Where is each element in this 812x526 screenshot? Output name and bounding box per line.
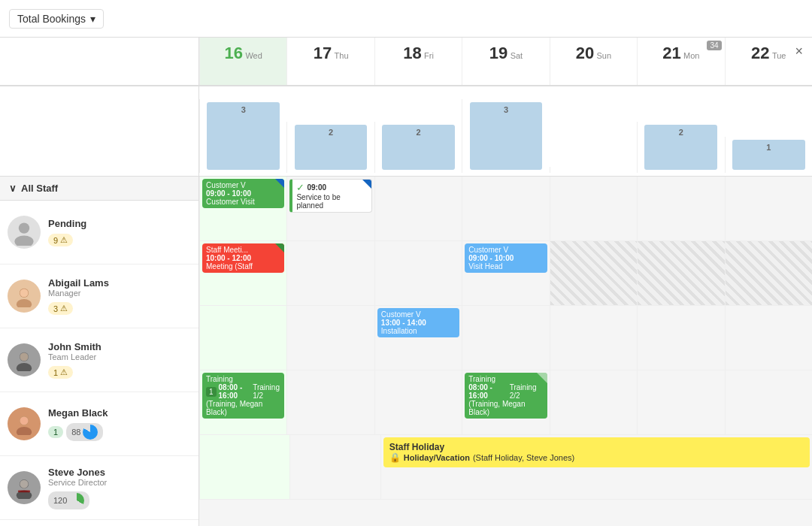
- lock-icon: 🔒: [389, 452, 401, 463]
- date-num-17: 17: [314, 44, 332, 62]
- bookings-row: 3 2 2 3: [199, 86, 812, 177]
- staff-role-abigail: Manager: [48, 289, 191, 298]
- all-staff-label: All Staff: [21, 183, 58, 194]
- booking-bar-num-3: 3: [504, 105, 508, 114]
- svg-rect-14: [18, 490, 30, 492]
- staff-name-john: John Smith: [48, 341, 191, 352]
- svg-point-13: [20, 480, 29, 488]
- right-calendar-panel: × August 16 Wed 17 Thu 18 Fri 19 Sa: [199, 38, 812, 526]
- pie-chart-icon-megan: [83, 425, 98, 440]
- booking-bar-5: 2: [644, 125, 717, 170]
- booking-bar-cell-6: 1: [725, 137, 812, 173]
- grid-cell-megan-1: [286, 370, 374, 434]
- booking-bar-3: 3: [470, 102, 543, 170]
- svg-point-4: [20, 289, 29, 297]
- grid-row-megan: Training 1 08:00 - 16:00 Training 1/2 (T…: [199, 370, 812, 435]
- event-title-training: Training: [206, 375, 280, 383]
- grid-cell-john-2: Customer V 13:00 - 14:00 Installation: [374, 306, 462, 370]
- grid-cell-pending-1: ✓ 09:00 Service to be planned: [286, 177, 374, 240]
- date-num-18: 18: [403, 44, 421, 62]
- grid-cell-megan-3: Training 08:00 - 16:00 Training 2/2 (Tra…: [462, 370, 549, 434]
- grid-cell-john-3: [462, 306, 549, 370]
- grid-row-abigail: Staff Meeti... 10:00 - 12:00 Meeting (St…: [199, 241, 812, 306]
- avatar-steve: [8, 471, 41, 504]
- grid-cell-abigail-3: Customer V 09:00 - 10:00 Visit Head: [462, 241, 549, 305]
- calendar-body: Customer V 09:00 - 10:00 Customer Visit …: [199, 177, 812, 526]
- date-num-19: 19: [489, 44, 508, 62]
- event-holiday-steve[interactable]: Staff Holiday 🔒 Holiday/Vacation (Staff …: [383, 437, 810, 467]
- avatar-pending: [8, 216, 41, 249]
- date-num-22: 22: [751, 44, 769, 62]
- event-title-install: Customer V: [381, 310, 456, 319]
- event-subtitle-meeting: Meeting (Staff: [206, 262, 280, 271]
- booking-bar-0: 3: [207, 102, 280, 170]
- svg-point-3: [17, 299, 32, 307]
- grid-cell-steve-1: [289, 435, 380, 499]
- grid-cell-megan-5: [637, 370, 724, 434]
- booking-bar-cell-1: 2: [286, 122, 374, 173]
- date-day-17: Thu: [335, 51, 349, 60]
- grid-cell-pending-6: [725, 177, 812, 240]
- avatar-abigail: [8, 280, 41, 313]
- booking-bar-2: 2: [382, 125, 455, 170]
- date-day-16: Wed: [245, 51, 262, 60]
- grid-cell-pending-2: [374, 177, 462, 240]
- svg-point-1: [14, 236, 33, 246]
- booking-bar-cell-3: 3: [462, 99, 549, 173]
- grid-cell-pending-5: [637, 177, 724, 240]
- pie-chart-icon-steve: [69, 493, 84, 508]
- grid-cell-megan-2: [374, 370, 462, 434]
- staff-role-steve: Service Director: [48, 478, 191, 487]
- svg-point-9: [17, 427, 32, 435]
- event-service-plan[interactable]: ✓ 09:00 Service to be planned: [289, 179, 371, 213]
- date-num-20: 20: [576, 44, 594, 62]
- badge-megan-2: 88: [66, 423, 103, 441]
- event-installation[interactable]: Customer V 13:00 - 14:00 Installation: [377, 308, 459, 337]
- grid-cell-abigail-5: [637, 241, 724, 305]
- event-staff-meeting[interactable]: Staff Meeti... 10:00 - 12:00 Meeting (St…: [202, 243, 284, 273]
- staff-row-abigail: Abigail Lams Manager 3 ⚠: [0, 265, 198, 328]
- date-num-16: 16: [225, 44, 243, 62]
- event-extra-training: (Training, Megan Black): [206, 400, 280, 416]
- top-bar: Total Bookings ▾: [0, 0, 812, 38]
- staff-name-pending: Pending: [48, 218, 191, 229]
- svg-point-0: [19, 222, 29, 233]
- date-day-18: Fri: [424, 51, 434, 60]
- date-cell-21: 34 21 Mon: [637, 38, 724, 85]
- grid-cell-abigail-6: [725, 241, 812, 305]
- badge-john: 1 ⚠: [48, 366, 73, 379]
- event-training-megan[interactable]: Training 1 08:00 - 16:00 Training 1/2 (T…: [202, 373, 284, 419]
- grid-cell-megan-6: [725, 370, 812, 434]
- grid-cell-john-5: [637, 306, 724, 370]
- event-title-meeting: Staff Meeti...: [206, 246, 280, 254]
- grid-cell-abigail-0: Staff Meeti... 10:00 - 12:00 Meeting (St…: [199, 241, 286, 305]
- grid-cell-john-4: [550, 306, 637, 370]
- booking-bar-num-5: 2: [679, 128, 683, 137]
- event-customer-visit-abigail[interactable]: Customer V 09:00 - 10:00 Visit Head: [465, 243, 547, 273]
- event-title: Customer V: [206, 181, 280, 189]
- event-training2-megan[interactable]: Training 08:00 - 16:00 Training 2/2 (Tra…: [465, 373, 547, 419]
- svg-point-7: [20, 352, 29, 361]
- grid-cell-abigail-2: [374, 241, 462, 305]
- holiday-title: Staff Holiday: [389, 442, 804, 452]
- grid-row-steve: Staff Holiday 🔒 Holiday/Vacation (Staff …: [199, 435, 812, 500]
- staff-name-megan: Megan Black: [48, 407, 191, 419]
- total-bookings-dropdown[interactable]: Total Bookings ▾: [9, 9, 104, 29]
- event-subtitle-install: Installation: [381, 327, 456, 335]
- date-cell-22: 22 Tue: [725, 38, 812, 85]
- staff-name-steve: Steve Jones: [48, 467, 191, 478]
- event-pending-customer-visit[interactable]: Customer V 09:00 - 10:00 Customer Visit: [202, 179, 284, 208]
- booking-bar-num-6: 1: [766, 143, 771, 152]
- left-panel: ∨ All Staff Pending 9 ⚠: [0, 38, 199, 526]
- staff-role-john: Team Leader: [48, 352, 191, 361]
- grid-cell-john-1: [286, 306, 374, 370]
- grid-row-pending: Customer V 09:00 - 10:00 Customer Visit …: [199, 177, 812, 241]
- svg-point-10: [20, 416, 29, 425]
- staff-row-john: John Smith Team Leader 1 ⚠: [0, 328, 198, 392]
- booking-bar-num-2: 2: [416, 128, 420, 137]
- booking-bar-cell-5: 2: [637, 122, 724, 173]
- badge-steve: 120: [48, 491, 89, 509]
- staff-name-abigail: Abigail Lams: [48, 277, 191, 289]
- event-extra-training2: (Training, Megan Black): [468, 400, 543, 416]
- staff-row-pending: Pending 9 ⚠: [0, 201, 198, 265]
